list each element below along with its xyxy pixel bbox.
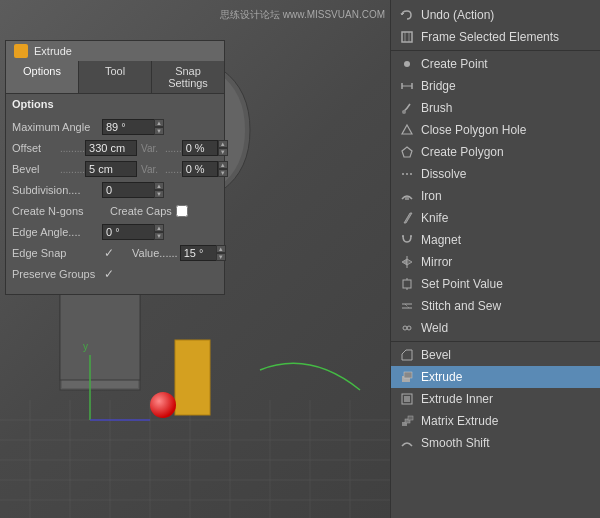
create-caps-checkbox[interactable] bbox=[176, 205, 188, 217]
tool-item-knife[interactable]: Knife bbox=[391, 207, 600, 229]
tool-item-extrude-inner[interactable]: Extrude Inner bbox=[391, 388, 600, 410]
tool-item-close-polygon[interactable]: Close Polygon Hole bbox=[391, 119, 600, 141]
tool-label-iron: Iron bbox=[421, 189, 442, 203]
weld-icon bbox=[399, 320, 415, 336]
subdivision-label: Subdivision.... bbox=[12, 184, 102, 196]
svg-rect-54 bbox=[404, 372, 412, 378]
extrude-panel: Extrude Options Tool Snap Settings Optio… bbox=[5, 40, 225, 295]
magnet-icon bbox=[399, 232, 415, 248]
tool-item-create-polygon[interactable]: Create Polygon bbox=[391, 141, 600, 163]
preserve-groups-row: Preserve Groups ✓ bbox=[12, 265, 218, 283]
tool-item-set-point[interactable]: Set Point Value bbox=[391, 273, 600, 295]
var-down-2[interactable]: ▼ bbox=[218, 169, 228, 177]
subdivision-input[interactable] bbox=[102, 182, 154, 198]
tab-snap-settings[interactable]: Snap Settings bbox=[152, 61, 224, 93]
create-polygon-icon bbox=[399, 144, 415, 160]
tool-item-create-point[interactable]: Create Point bbox=[391, 53, 600, 75]
offset-label: Offset bbox=[12, 142, 60, 154]
offset-row: Offset ......... Var. ...... ▲ ▼ bbox=[12, 139, 218, 157]
stitch-icon bbox=[399, 298, 415, 314]
var-input-2[interactable] bbox=[182, 161, 218, 177]
subdivision-down[interactable]: ▼ bbox=[154, 190, 164, 198]
tab-tool[interactable]: Tool bbox=[79, 61, 152, 93]
mirror-icon bbox=[399, 254, 415, 270]
tool-item-stitch[interactable]: Stitch and Sew bbox=[391, 295, 600, 317]
tool-label-stitch: Stitch and Sew bbox=[421, 299, 501, 313]
var-label-2: Var. bbox=[141, 164, 165, 175]
tool-item-undo[interactable]: Undo (Action) bbox=[391, 4, 600, 26]
svg-rect-21 bbox=[175, 340, 210, 415]
frame-icon bbox=[399, 29, 415, 45]
panel-body: Maximum Angle ▲ ▼ Offset ......... Var. … bbox=[6, 114, 224, 294]
tool-item-smooth-shift[interactable]: Smooth Shift bbox=[391, 432, 600, 454]
create-caps-label: Create Caps bbox=[110, 205, 172, 217]
subdivision-row: Subdivision.... ▲ ▼ bbox=[12, 181, 218, 199]
var-input-1[interactable] bbox=[182, 140, 218, 156]
close-polygon-icon bbox=[399, 122, 415, 138]
edge-angle-down[interactable]: ▼ bbox=[154, 232, 164, 240]
tool-label-bridge: Bridge bbox=[421, 79, 456, 93]
extrude-inner-icon bbox=[399, 391, 415, 407]
tool-label-magnet: Magnet bbox=[421, 233, 461, 247]
edge-angle-input[interactable] bbox=[102, 224, 154, 240]
value-input[interactable] bbox=[180, 245, 216, 261]
edge-snap-label: Edge Snap bbox=[12, 247, 102, 259]
tool-item-magnet[interactable]: Magnet bbox=[391, 229, 600, 251]
svg-marker-52 bbox=[402, 350, 412, 360]
tool-label-create-polygon: Create Polygon bbox=[421, 145, 504, 159]
value-label: Value...... bbox=[132, 247, 178, 259]
panel-title: Extrude bbox=[34, 45, 72, 57]
var-dots-1: ...... bbox=[165, 143, 182, 154]
edge-angle-up[interactable]: ▲ bbox=[154, 224, 164, 232]
offset-input[interactable] bbox=[85, 140, 137, 156]
dissolve-icon bbox=[399, 166, 415, 182]
tool-label-close-polygon: Close Polygon Hole bbox=[421, 123, 526, 137]
var-label-1: Var. bbox=[141, 143, 165, 154]
tool-item-mirror[interactable]: Mirror bbox=[391, 251, 600, 273]
set-point-icon bbox=[399, 276, 415, 292]
svg-marker-42 bbox=[407, 259, 412, 265]
extrude-icon bbox=[399, 369, 415, 385]
tool-item-weld[interactable]: Weld bbox=[391, 317, 600, 339]
max-angle-down[interactable]: ▼ bbox=[154, 127, 164, 135]
svg-point-33 bbox=[402, 110, 406, 114]
tool-item-frame[interactable]: Frame Selected Elements bbox=[391, 26, 600, 48]
knife-icon bbox=[399, 210, 415, 226]
tool-label-frame: Frame Selected Elements bbox=[421, 30, 559, 44]
max-angle-up[interactable]: ▲ bbox=[154, 119, 164, 127]
panel-section-label: Options bbox=[6, 94, 224, 114]
tool-item-bevel[interactable]: Bevel bbox=[391, 344, 600, 366]
create-point-icon bbox=[399, 56, 415, 72]
edge-angle-row: Edge Angle.... ▲ ▼ bbox=[12, 223, 218, 241]
matrix-extrude-icon bbox=[399, 413, 415, 429]
bevel-input[interactable] bbox=[85, 161, 137, 177]
tool-label-dissolve: Dissolve bbox=[421, 167, 466, 181]
tool-item-iron[interactable]: Iron bbox=[391, 185, 600, 207]
subdivision-up[interactable]: ▲ bbox=[154, 182, 164, 190]
svg-point-29 bbox=[404, 61, 410, 67]
tool-item-dissolve[interactable]: Dissolve bbox=[391, 163, 600, 185]
var-up-2[interactable]: ▲ bbox=[218, 161, 228, 169]
undo-icon bbox=[399, 7, 415, 23]
tool-item-extrude[interactable]: Extrude bbox=[391, 366, 600, 388]
var-up-1[interactable]: ▲ bbox=[218, 140, 228, 148]
svg-rect-59 bbox=[408, 416, 413, 420]
tool-item-brush[interactable]: Brush bbox=[391, 97, 600, 119]
tool-item-bridge[interactable]: Bridge bbox=[391, 75, 600, 97]
svg-marker-41 bbox=[402, 259, 407, 265]
edge-angle-label: Edge Angle.... bbox=[12, 226, 102, 238]
ngons-caps-row: Create N-gons Create Caps bbox=[12, 202, 218, 220]
tool-label-mirror: Mirror bbox=[421, 255, 452, 269]
tool-label-knife: Knife bbox=[421, 211, 448, 225]
tool-item-matrix-extrude[interactable]: Matrix Extrude bbox=[391, 410, 600, 432]
max-angle-input[interactable] bbox=[102, 119, 154, 135]
tab-options[interactable]: Options bbox=[6, 61, 79, 93]
value-up[interactable]: ▲ bbox=[216, 245, 226, 253]
var-down-1[interactable]: ▼ bbox=[218, 148, 228, 156]
value-down[interactable]: ▼ bbox=[216, 253, 226, 261]
svg-rect-37 bbox=[405, 197, 409, 200]
svg-rect-43 bbox=[403, 280, 411, 288]
tool-label-matrix-extrude: Matrix Extrude bbox=[421, 414, 498, 428]
tool-label-undo: Undo (Action) bbox=[421, 8, 494, 22]
smooth-shift-icon bbox=[399, 435, 415, 451]
